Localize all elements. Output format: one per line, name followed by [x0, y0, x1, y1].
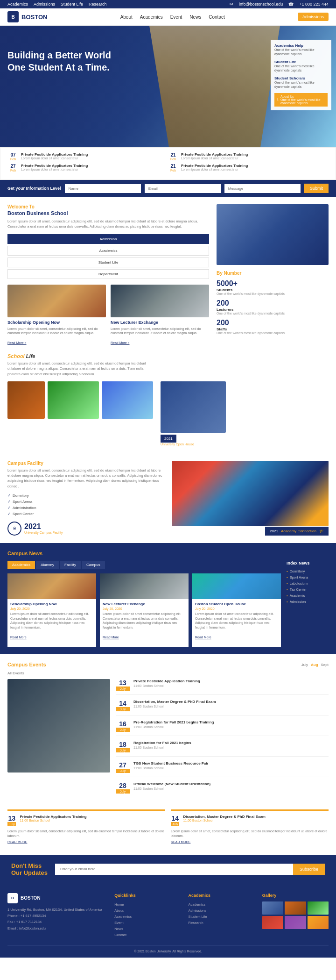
index-item-1[interactable]: Dormitory	[287, 568, 329, 574]
info-message-input[interactable]	[224, 184, 301, 193]
student-life-button[interactable]: Student Life	[7, 258, 209, 267]
footer-quicklinks-col: Quicklinks Home About Academics Event Ne…	[114, 893, 181, 938]
news-index: Index News Dormitory Sport Arena Labolos…	[287, 561, 329, 647]
footer-copyright: © 2021 Boston University. All Rights Res…	[7, 945, 329, 953]
nav-contact[interactable]: Contact	[209, 14, 224, 20]
event-row-date-5: 27 July	[116, 761, 130, 773]
main-content: Welcome To Boston Business School Lorem …	[0, 197, 336, 353]
bottom-event-info-2: Dissertation, Master Degree & PhD Final …	[183, 815, 266, 826]
news-card-date-1: July 20, 2020	[10, 607, 93, 610]
footer-gallery-col: Gallery	[262, 893, 329, 938]
gallery-thumb-1[interactable]	[262, 901, 283, 915]
campus-news-section: Campus News Academics Alummy Facility Ca…	[0, 543, 336, 654]
footer-link-academics[interactable]: Academics	[114, 914, 181, 920]
index-item-2[interactable]: Sport Arena	[287, 574, 329, 580]
about-us-box[interactable]: ℹ About Us One of the world's most like …	[274, 93, 328, 107]
footer-academics-1[interactable]: Academics	[189, 901, 255, 908]
welcome-subtitle: Welcome To	[7, 204, 209, 209]
index-item-3[interactable]: Labolosium	[287, 580, 329, 587]
event-info-4: Private Pesticide Applicators Training L…	[181, 164, 248, 172]
logo[interactable]: B BOSTON	[7, 11, 47, 22]
scholarship-read-more[interactable]: Read More »	[7, 341, 26, 344]
academics-button[interactable]: Academics	[7, 246, 209, 256]
logo-text: BOSTON	[21, 14, 47, 21]
about-us-desc: One of the world's most like dyanmode ca…	[280, 98, 325, 105]
event-row-info-2: Dissertation, Master Degree & PhD Final …	[133, 700, 216, 711]
nav-event[interactable]: Event	[170, 14, 182, 20]
gallery-thumb-4[interactable]	[262, 916, 283, 929]
school-img-3	[102, 381, 153, 419]
gallery-thumb-2[interactable]	[285, 901, 306, 915]
news-card-text-3: Lorem ipsum dolor sit amet consectetur a…	[195, 612, 278, 630]
facility-year-circle: 🏛	[7, 522, 21, 536]
news-read-more-2[interactable]: Read More	[103, 636, 119, 639]
index-item-4[interactable]: Tax Center	[287, 587, 329, 593]
top-nav-admissions[interactable]: Admissions	[34, 2, 55, 7]
newsletter-email-input[interactable]	[55, 864, 293, 875]
scholarship-card: Scholarship Opening Now Lorem ipsum dolo…	[7, 285, 106, 346]
gallery-thumb-3[interactable]	[308, 901, 329, 915]
gallery-thumb-5[interactable]	[285, 916, 306, 929]
info-bar: Get your Information Level Submit	[0, 180, 336, 197]
facility-image	[172, 461, 329, 526]
tab-facility[interactable]: Facility	[60, 561, 81, 569]
news-read-more-3[interactable]: Read More	[195, 636, 211, 639]
tab-academics[interactable]: Academics	[7, 561, 35, 569]
admissions-button[interactable]: Admissions	[298, 13, 329, 21]
campus-news-header: Campus News	[7, 551, 329, 556]
events-strip: 07 Feb Private Pesticide Applicators Tra…	[0, 147, 336, 180]
admission-button[interactable]: Admission	[7, 234, 209, 244]
footer-phone: Phone : +1 617 4952134	[7, 913, 107, 919]
info-name-input[interactable]	[65, 184, 141, 193]
footer-link-about[interactable]: About	[114, 908, 181, 914]
events-layout: 13 July Private Pesticide Application Tr…	[7, 679, 329, 802]
footer-academics-3[interactable]: Student Life	[189, 914, 255, 920]
index-item-5[interactable]: Academic	[287, 593, 329, 599]
lecturer-card: New Lecturer Exchange Lorem ipsum dolor …	[111, 285, 209, 346]
check-icon-2: ✓	[7, 500, 11, 504]
panel-student-desc: One of the world's most like dyanmode ca…	[274, 64, 328, 72]
footer-link-home[interactable]: Home	[114, 901, 181, 908]
gallery-thumb-6[interactable]	[308, 916, 329, 929]
news-index-list: Dormitory Sport Arena Labolosium Tax Cen…	[287, 568, 329, 605]
nav-news[interactable]: News	[189, 14, 201, 20]
tab-alummy[interactable]: Alummy	[36, 561, 59, 569]
panel-scholars-title: Student Scholars	[274, 76, 328, 80]
filter-sept[interactable]: Sept	[321, 663, 329, 667]
footer-academics-2[interactable]: Admissions	[189, 908, 255, 914]
footer-link-news[interactable]: News	[114, 926, 181, 932]
top-nav-student-life[interactable]: Student Life	[61, 2, 83, 7]
bottom-event-read-more-1[interactable]: READ MORE	[7, 840, 165, 844]
main-right: By Number 5000+ Students One of the worl…	[217, 204, 329, 346]
bottom-event-card-2: 14 July Dissertation, Master Degree & Ph…	[171, 809, 329, 847]
filter-aug[interactable]: Aug	[311, 663, 318, 667]
news-index-title: Index News	[287, 561, 329, 565]
footer-address: 1 University Rd, Boston, MA 02134, Unite…	[7, 907, 107, 913]
school-life-title: School Life	[7, 353, 329, 359]
footer-link-contact[interactable]: Contact	[114, 932, 181, 938]
stat-staffs-label: Staffs	[217, 327, 329, 331]
tab-campus[interactable]: Campus	[82, 561, 105, 569]
footer-academics-4[interactable]: Research	[189, 920, 255, 926]
nav-academics[interactable]: Academics	[140, 14, 163, 20]
footer-link-event[interactable]: Event	[114, 920, 181, 926]
filter-july[interactable]: July	[301, 663, 308, 667]
main-right-image	[217, 204, 329, 265]
info-email-input[interactable]	[145, 184, 221, 193]
stat-lecturers-label: Lecturers	[217, 308, 329, 312]
event-row-date-2: 14 July	[116, 700, 130, 711]
index-item-6[interactable]: Admission	[287, 599, 329, 605]
footer-logo-icon: B	[7, 893, 18, 903]
department-button[interactable]: Department	[7, 269, 209, 279]
lecturer-read-more[interactable]: Read More »	[111, 341, 129, 344]
news-read-more-1[interactable]: Read More	[10, 636, 27, 639]
info-submit-button[interactable]: Submit	[304, 184, 329, 193]
top-nav-academics[interactable]: Academics	[7, 2, 28, 7]
top-nav-research[interactable]: Research	[89, 2, 107, 7]
event-date-1: 07 Feb	[8, 152, 18, 161]
newsletter-subscribe-button[interactable]: Subscribe	[293, 864, 325, 875]
uni-stat-staffs: 200 Staffs One of the world's most like …	[217, 319, 329, 335]
bottom-event-read-more-2[interactable]: READ MORE	[171, 840, 329, 844]
top-nav-links: Academics Admissions Student Life Resear…	[7, 2, 107, 7]
nav-about[interactable]: About	[120, 14, 133, 20]
